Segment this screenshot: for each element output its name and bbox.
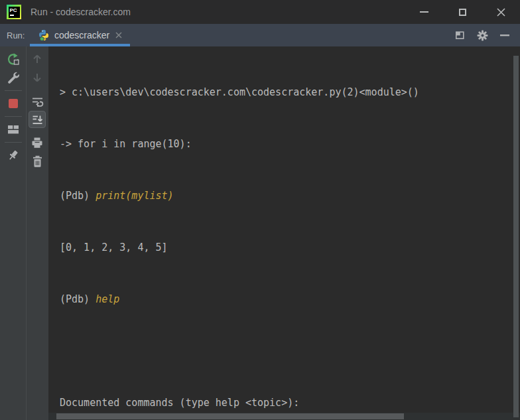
console-line-pdb-print: (Pdb) print(mylist) [60,187,520,204]
next-occurrence-button[interactable] [28,68,46,87]
user-input: print(mylist) [96,190,173,202]
rerun-button[interactable] [4,50,23,68]
python-icon [38,29,50,41]
run-toolwindow-header: Run: codescracker [0,24,520,46]
titlebar: PC Run - codescracker.com [0,0,520,24]
clear-console-button[interactable] [28,152,46,171]
horizontal-scrollbar-thumb[interactable] [56,413,404,419]
stop-button[interactable] [4,94,23,113]
toolbar-divider [5,142,22,143]
restore-layout-button[interactable] [4,120,23,139]
rerun-icon [7,52,20,66]
soft-wrap-button[interactable] [28,92,46,111]
prev-occurrence-button[interactable] [28,50,46,68]
hide-icon [500,34,509,36]
window-controls [405,0,520,24]
run-toolwindow-content: > c:\users\dev\codescracker.com\codescra… [0,46,520,420]
trash-icon [32,155,43,167]
modify-run-config-button[interactable] [4,68,23,87]
run-console[interactable]: > c:\users\dev\codescracker.com\codescra… [48,46,520,420]
maximize-button[interactable] [443,0,482,24]
toolbar-divider [5,90,22,91]
pdb-prompt: (Pdb) [60,293,96,305]
minimize-icon [420,11,428,13]
tab-label: codescracker [54,30,109,40]
close-icon [497,8,505,17]
hide-toolwindow-button[interactable] [499,29,511,41]
run-toolbar [0,46,48,420]
pin-icon [7,149,19,161]
toolbar-run-actions [0,46,27,420]
float-window-icon [454,30,465,40]
tab-codescracker[interactable]: codescracker [30,24,130,46]
scroll-to-end-button[interactable] [29,111,46,128]
blank-line [60,342,520,360]
minimize-button[interactable] [405,0,443,24]
user-input: help [96,293,119,305]
scroll-to-end-icon [31,113,44,126]
wrench-icon [7,72,19,84]
run-label: Run: [0,24,30,46]
float-window-button[interactable] [454,29,466,41]
pin-tab-button[interactable] [4,146,23,165]
print-icon [31,137,43,149]
tab-close-icon[interactable] [115,32,122,38]
stop-icon [9,99,18,108]
toolbar-divider [5,116,22,117]
soft-wrap-icon [31,96,44,108]
layout-icon [7,123,19,135]
pycharm-logo-icon: PC [7,5,21,19]
toolbar-console-actions [27,46,48,420]
console-line-pdb-help: (Pdb) help [60,291,520,308]
pdb-prompt: (Pdb) [60,190,96,202]
gear-icon [477,30,488,41]
console-line-source: -> for i in range(10): [60,135,520,153]
console-line-list-output: [0, 1, 2, 3, 4, 5] [60,239,520,256]
down-arrow-icon [31,72,43,84]
settings-button[interactable] [476,29,488,41]
toolwindow-actions [454,24,520,46]
window-title: Run - codescracker.com [31,7,405,17]
close-button[interactable] [482,0,520,24]
pycharm-run-window: PC Run - codescracker.com Run: codescrac… [0,0,520,420]
commands-header: Documented commands (type help <topic>): [60,394,520,411]
up-arrow-icon [31,53,43,65]
console-line-module: > c:\users\dev\codescracker.com\codescra… [60,84,520,101]
maximize-icon [459,9,466,16]
print-button[interactable] [28,133,46,152]
vertical-scrollbar-thumb[interactable] [513,56,519,417]
